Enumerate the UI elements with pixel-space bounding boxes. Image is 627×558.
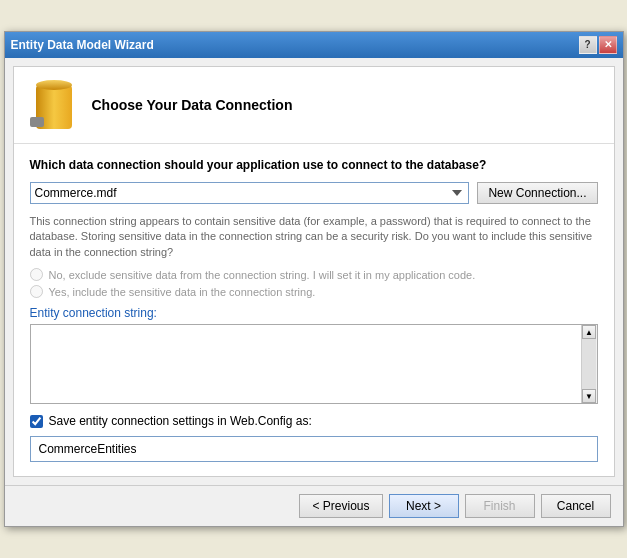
window-title: Entity Data Model Wizard: [11, 38, 154, 52]
database-icon: [30, 81, 78, 129]
title-bar-left: Entity Data Model Wizard: [11, 38, 154, 52]
close-button[interactable]: ✕: [599, 36, 617, 54]
radio-yes-option: Yes, include the sensitive data in the c…: [30, 285, 598, 298]
wizard-content: Choose Your Data Connection Which data c…: [13, 66, 615, 477]
radio-no[interactable]: [30, 268, 43, 281]
header-title: Choose Your Data Connection: [92, 97, 293, 113]
header-section: Choose Your Data Connection: [14, 67, 614, 144]
save-row: Save entity connection settings in Web.C…: [30, 414, 598, 428]
previous-button[interactable]: < Previous: [299, 494, 382, 518]
wizard-window: Entity Data Model Wizard ? ✕ Choose Your…: [4, 31, 624, 527]
title-bar-controls: ? ✕: [579, 36, 617, 54]
entity-textarea[interactable]: [31, 325, 581, 403]
question-label: Which data connection should your applic…: [30, 158, 598, 172]
config-name-input[interactable]: [30, 436, 598, 462]
radio-no-option: No, exclude sensitive data from the conn…: [30, 268, 598, 281]
main-form: Which data connection should your applic…: [14, 144, 614, 476]
help-button[interactable]: ?: [579, 36, 597, 54]
entity-textarea-wrapper: ▲ ▼: [30, 324, 598, 404]
connection-row: Commerce.mdf New Connection...: [30, 182, 598, 204]
entity-connection-label: Entity connection string:: [30, 306, 598, 320]
save-label: Save entity connection settings in Web.C…: [49, 414, 312, 428]
title-bar: Entity Data Model Wizard ? ✕: [5, 32, 623, 58]
new-connection-button[interactable]: New Connection...: [477, 182, 597, 204]
scroll-up[interactable]: ▲: [582, 325, 596, 339]
scrollbar: ▲ ▼: [581, 325, 597, 403]
connection-select[interactable]: Commerce.mdf: [30, 182, 470, 204]
save-checkbox[interactable]: [30, 415, 43, 428]
plug-shape: [30, 117, 44, 127]
finish-button[interactable]: Finish: [465, 494, 535, 518]
scroll-down[interactable]: ▼: [582, 389, 596, 403]
cancel-button[interactable]: Cancel: [541, 494, 611, 518]
description-text: This connection string appears to contai…: [30, 214, 598, 260]
radio-yes-label: Yes, include the sensitive data in the c…: [49, 286, 316, 298]
radio-yes[interactable]: [30, 285, 43, 298]
footer: < Previous Next > Finish Cancel: [5, 485, 623, 526]
scroll-thumb: [582, 339, 596, 389]
radio-no-label: No, exclude sensitive data from the conn…: [49, 269, 476, 281]
next-button[interactable]: Next >: [389, 494, 459, 518]
